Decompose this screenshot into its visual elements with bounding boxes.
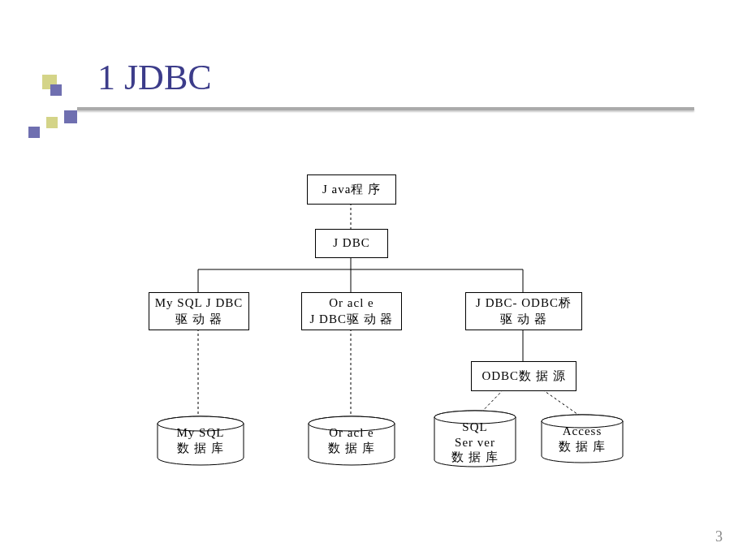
node-label-line1: My SQL J DBC [155, 295, 244, 312]
node-label-line2: J DBC驱 动 器 [310, 312, 394, 328]
node-oracle-driver: Or acl e J DBC驱 动 器 [301, 292, 402, 330]
node-label-line1: J DBC- ODBC桥 [476, 295, 572, 312]
page-number: 3 [715, 528, 723, 545]
db-label-line2: 数 据 库 [328, 441, 375, 456]
node-mysql-driver: My SQL J DBC 驱 动 器 [149, 292, 249, 330]
node-label-line2: 驱 动 器 [500, 312, 547, 328]
node-label: J ava程 序 [322, 182, 381, 198]
diagram-connectors [0, 0, 747, 560]
db-label-line2: 数 据 库 [177, 441, 224, 456]
node-odbc-bridge: J DBC- ODBC桥 驱 动 器 [465, 292, 582, 330]
node-label-line1: Or acl e [329, 295, 374, 312]
node-label: ODBC数 据 源 [481, 368, 565, 385]
db-label-line1: SQL [462, 420, 487, 435]
db-label-line1: Or acl e [329, 425, 374, 441]
db-label-line1: My SQL [177, 425, 225, 441]
node-java-program: J ava程 序 [307, 174, 396, 205]
db-label-line3: 数 据 库 [451, 450, 499, 465]
node-access-db: Access 数 据 库 [540, 414, 624, 464]
node-sqlserver-db: SQL Ser ver 数 据 库 [433, 410, 517, 468]
db-label-line1: Access [563, 424, 602, 439]
node-oracle-db: Or acl e 数 据 库 [307, 416, 396, 466]
node-odbc-source: ODBC数 据 源 [471, 361, 576, 391]
node-mysql-db: My SQL 数 据 库 [156, 416, 245, 466]
db-label-line2: 数 据 库 [559, 439, 606, 454]
node-label-line2: 驱 动 器 [175, 312, 222, 328]
node-label: J DBC [333, 235, 369, 252]
db-label-line2: Ser ver [455, 435, 495, 450]
node-jdbc: J DBC [315, 229, 388, 258]
